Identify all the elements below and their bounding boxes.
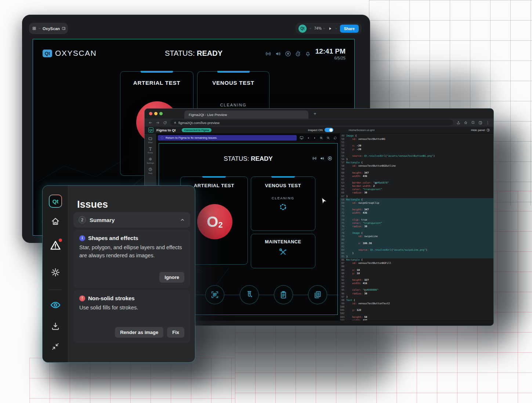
sidebar-item-preview[interactable] — [43, 299, 68, 311]
share-button[interactable]: Share — [340, 25, 359, 33]
ignore-button[interactable]: Ignore — [159, 272, 184, 283]
puzzle-icon[interactable] — [471, 121, 475, 125]
figma-file-pill[interactable]: OxyScan — [29, 23, 68, 34]
droplet-icon — [285, 51, 291, 57]
chevron-down-icon[interactable] — [38, 27, 41, 30]
code-line: 57Rectangle { — [340, 161, 493, 164]
venous-test-card[interactable]: VENOUS TEST CLEANING — [251, 177, 315, 231]
code-line: 50 id: venousTestButtonBG — [340, 138, 493, 141]
sidebar-item-help[interactable]: Help — [148, 167, 152, 174]
folder-icon — [148, 137, 152, 141]
inspect-toggle[interactable] — [325, 128, 333, 132]
issues-panel: Qt Issu — [42, 185, 195, 363]
sidebar-item-collapse[interactable] — [43, 342, 68, 351]
issue-title: Shapes and effects — [88, 235, 138, 241]
issue-body: Use solid fills for strokes. — [79, 304, 184, 312]
cleaning-status: CLEANING — [251, 196, 315, 200]
minimize-window-button[interactable] — [154, 112, 158, 115]
zoom-level-dropdown[interactable]: 74% — [314, 26, 325, 30]
chevron-down-icon[interactable] — [335, 27, 337, 30]
lock-icon — [174, 121, 177, 124]
sidebar-item-issues[interactable] — [43, 240, 68, 253]
card-accent-bar — [141, 71, 173, 73]
code-line: 88 — [340, 265, 493, 268]
profile-icon[interactable] — [478, 121, 482, 125]
reload-icon[interactable] — [163, 121, 167, 125]
forward-icon[interactable] — [156, 121, 160, 125]
code-line: 74 clip: true — [340, 218, 493, 222]
hide-panel-button[interactable]: Hide panel — [471, 128, 490, 132]
fix-issues-banner[interactable]: Return to Figma to fix remaining issues. — [158, 135, 297, 141]
sidebar-item-fonts[interactable]: Fonts — [148, 147, 153, 154]
date: 6/5/25 — [315, 56, 345, 60]
collapse-icon — [51, 342, 59, 351]
back-icon[interactable] — [148, 121, 152, 125]
close-window-button[interactable] — [149, 112, 152, 115]
card-title: VENOUS TEST — [198, 80, 269, 86]
kebab-icon[interactable] — [486, 121, 490, 125]
dock-button-sample[interactable] — [240, 285, 259, 304]
o2-alert-circle: O 2 — [197, 204, 232, 239]
zoom-in-icon[interactable] — [319, 136, 323, 140]
code-line: 97} — [340, 295, 493, 299]
summary-accordion[interactable]: 2 Summary — [73, 212, 190, 228]
next-icon[interactable] — [313, 137, 316, 139]
connection-badge: Connected to Figma — [182, 128, 211, 132]
clock: 12:41 PM 6/5/25 — [315, 47, 345, 60]
maintenance-card[interactable]: MAINTENANCE — [251, 234, 315, 268]
upload-icon[interactable] — [456, 121, 460, 125]
qml-code-panel[interactable]: 49Image {50 id: venousTestButtonBG5152 x… — [340, 134, 493, 321]
prev-icon[interactable] — [307, 137, 310, 139]
card-title: ARTERIAL TEST — [120, 80, 193, 86]
new-tab-button[interactable]: + — [314, 111, 316, 116]
qr-scan-icon — [210, 290, 219, 299]
dock-button-records[interactable] — [308, 285, 327, 304]
dock-button-results[interactable] — [274, 285, 293, 304]
layout-panel-icon[interactable] — [62, 26, 66, 30]
sidebar-item-export[interactable] — [43, 322, 68, 331]
maximize-window-button[interactable] — [159, 112, 163, 115]
figma-menu-icon[interactable] — [32, 26, 36, 30]
code-line: 54 — [340, 151, 493, 155]
plugin-header: Qt Figma to Qt Connected to Figma Inspec… — [145, 127, 493, 134]
dock-button-scan[interactable] — [205, 285, 224, 304]
code-line: 69 id: swipeGroupClip — [340, 202, 493, 205]
monitor-icon[interactable] — [300, 136, 304, 140]
sidebar-item-home[interactable] — [43, 217, 68, 226]
eye-icon — [50, 299, 61, 311]
chevron-up-icon[interactable] — [180, 217, 185, 222]
zoom-out-icon[interactable] — [326, 136, 330, 140]
tab-title: Figma2Qt - Live Preview — [189, 113, 227, 117]
sidebar-item-qt[interactable]: Qt — [43, 195, 68, 208]
star-icon[interactable] — [464, 121, 468, 125]
gear-icon — [148, 157, 152, 161]
status-tray: 12:41 PM 6/5/25 — [265, 47, 345, 60]
avatar[interactable]: Qt — [298, 25, 307, 33]
issue-header: ! Non-solid strokes — [79, 295, 184, 301]
chevron-down-icon[interactable] — [309, 27, 312, 30]
present-play-icon[interactable] — [328, 26, 332, 31]
sidebar-item-files[interactable]: Files — [148, 137, 153, 144]
test-tube-icon — [245, 290, 254, 299]
rotate-icon[interactable] — [333, 136, 337, 140]
sidebar-item-settings[interactable]: Settings — [147, 157, 154, 164]
browser-tab[interactable]: Figma2Qt - Live Preview — [184, 110, 308, 119]
render-as-image-button[interactable]: Render as image — [115, 327, 163, 338]
error-icon: ! — [79, 295, 85, 301]
figma-toolbar-right: Qt 74% Share — [296, 23, 362, 34]
toggle-knob — [329, 128, 333, 132]
status-label: STATUS: — [165, 49, 195, 57]
code-line: 94 — [340, 285, 493, 288]
code-line: 86Rectangle { — [340, 258, 493, 262]
browser-window: Figma2Qt - Live Preview + figma2Qt.com/l… — [144, 108, 494, 326]
code-line: 66 radius: 30 — [340, 191, 493, 195]
code-line: 63 border.color: "#0a6878" — [340, 181, 493, 185]
qt-logo-icon: Qt — [148, 127, 153, 132]
sidebar-item-settings[interactable] — [43, 267, 68, 277]
help-icon — [148, 167, 152, 171]
code-line: 83 source: Qt.resolvedUrl("assets/swipeL… — [340, 248, 493, 252]
hide-panel-label: Hide panel — [471, 128, 485, 132]
address-bar[interactable]: figma2Qt.com/live-preview — [170, 120, 453, 126]
code-line: 52 x: -20 — [340, 144, 493, 148]
fix-button[interactable]: Fix — [167, 327, 184, 338]
